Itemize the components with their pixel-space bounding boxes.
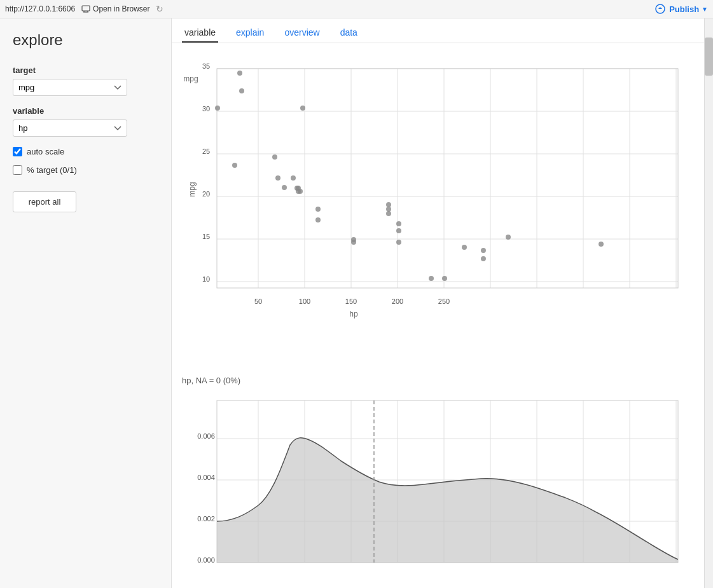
sidebar: explore target mpg cyl disp hp variable … [0,18,172,588]
tab-explain[interactable]: explain [233,24,267,43]
scatter-point [275,175,280,181]
topbar: http://127.0.0.1:6606 Open in Browser ↻ … [0,0,713,18]
scatter-point [351,240,356,245]
svg-rect-0 [82,6,90,11]
svg-text:0.002: 0.002 [197,515,215,523]
scatter-point [232,163,237,168]
svg-text:100: 100 [299,297,310,305]
svg-text:150: 150 [345,297,357,305]
main-layout: explore target mpg cyl disp hp variable … [0,18,713,588]
auto-scale-label: auto scale [27,147,64,156]
density-plot-container: hp, NA = 0 (0%) 0.000 0.002 0.004 0.006 [182,376,694,587]
scatter-point [386,207,391,212]
refresh-button[interactable]: ↻ [156,4,163,14]
svg-text:200: 200 [392,297,403,305]
svg-text:0.000: 0.000 [197,556,215,564]
svg-text:hp: hp [349,310,358,318]
density-plot-svg: 0.000 0.002 0.004 0.006 [182,388,703,585]
scatter-point [296,186,301,191]
topbar-right: Publish ▼ [655,4,708,14]
scatter-point [315,207,321,212]
target-section: target mpg cyl disp hp [13,65,158,96]
charts-area: mpg 35 30 25 20 15 10 mpg 50 100 150 200… [172,43,704,588]
scatter-point [386,202,391,207]
pct-target-label: % target (0/1) [27,165,77,175]
scatter-point [272,154,277,160]
publish-dropdown-icon: ▼ [702,6,708,13]
svg-text:25: 25 [202,147,210,155]
density-plot-title: hp, NA = 0 (0%) [182,376,694,385]
scatter-point [215,106,220,111]
scatter-point [237,71,242,76]
open-browser-label: Open in Browser [93,4,149,13]
tabs-container: variable explain overview data [172,18,704,43]
topbar-left: http://127.0.0.1:6606 Open in Browser ↻ [5,4,163,14]
content-area: variable explain overview data [172,18,704,588]
tab-overview[interactable]: overview [282,24,322,43]
open-browser-button[interactable]: Open in Browser [81,4,149,13]
auto-scale-checkbox[interactable] [13,147,22,156]
scatter-plot-container: mpg 35 30 25 20 15 10 mpg 50 100 150 200… [182,50,694,363]
report-all-button[interactable]: report all [13,191,76,212]
svg-text:10: 10 [202,275,210,283]
svg-text:250: 250 [438,297,450,305]
scrollbar-thumb[interactable] [705,38,713,76]
monitor-icon [81,4,90,13]
svg-text:50: 50 [254,297,262,305]
target-select[interactable]: mpg cyl disp hp [13,79,127,96]
tab-data[interactable]: data [338,24,360,43]
svg-text:35: 35 [202,62,210,70]
scatter-point [429,276,434,281]
pct-target-row[interactable]: % target (0/1) [13,165,158,175]
target-label: target [13,65,158,75]
sidebar-title: explore [13,31,158,49]
svg-text:mpg: mpg [183,74,198,83]
variable-section: variable hp cyl disp [13,106,158,137]
scatter-point [396,240,401,245]
publish-button[interactable]: Publish ▼ [669,4,708,14]
scatter-point [315,217,321,222]
variable-label: variable [13,106,158,116]
scatter-point [481,256,486,261]
svg-text:mpg: mpg [188,182,197,196]
publish-label: Publish [669,4,699,14]
scatter-point [300,106,305,111]
publish-icon [655,4,665,14]
options-section: auto scale % target (0/1) [13,147,158,175]
url-display: http://127.0.0.1:6606 [5,4,75,13]
scatter-point [282,185,287,190]
svg-text:15: 15 [202,233,210,240]
pct-target-checkbox[interactable] [13,165,22,175]
svg-text:0.006: 0.006 [197,432,215,440]
scatter-point [396,228,401,233]
scatter-point [481,248,486,253]
svg-text:20: 20 [202,190,210,198]
variable-select[interactable]: hp cyl disp [13,120,127,137]
auto-scale-row[interactable]: auto scale [13,147,158,156]
tab-variable[interactable]: variable [182,24,218,43]
scatter-point [442,276,447,281]
scatter-point [386,211,391,216]
scatter-point [506,235,511,240]
scatter-point [599,242,604,247]
scatter-plot-svg: mpg 35 30 25 20 15 10 mpg 50 100 150 200… [182,50,703,361]
svg-text:0.004: 0.004 [197,474,215,481]
svg-text:30: 30 [202,105,210,113]
scatter-point [462,245,467,250]
scatter-point [239,88,244,93]
scatter-point [291,175,296,181]
svg-rect-35 [217,69,678,288]
scrollbar[interactable] [704,18,713,588]
scatter-point [396,221,401,226]
